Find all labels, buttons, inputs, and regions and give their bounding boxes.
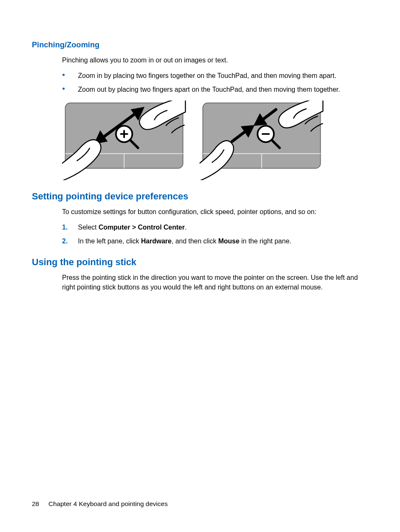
- step-bold-2: Mouse: [218, 238, 239, 245]
- step-number: 1.: [62, 222, 68, 232]
- page-number: 28: [32, 500, 39, 508]
- pinching-bullet-1: Zoom in by placing two fingers together …: [62, 71, 368, 80]
- setting-steps-list: 1. Select Computer > Control Center. 2. …: [62, 222, 368, 246]
- zoom-out-svg: [200, 101, 324, 180]
- page-footer: 28 Chapter 4 Keyboard and pointing devic…: [32, 500, 168, 508]
- step-text-mid: , and then click: [171, 238, 218, 245]
- heading-pinching-zooming: Pinching/Zooming: [32, 40, 368, 49]
- stick-body: Press the pointing stick in the directio…: [62, 273, 368, 292]
- step-text-post: in the right pane.: [239, 238, 291, 245]
- pinching-intro: Pinching allows you to zoom in or out on…: [62, 55, 368, 65]
- step-text-post: .: [185, 224, 187, 231]
- step-bold-1: Hardware: [141, 238, 171, 245]
- zoom-in-illustration: [62, 101, 186, 180]
- pinching-illustrations: [62, 101, 368, 180]
- zoom-in-svg: [62, 101, 186, 180]
- setting-step-1: 1. Select Computer > Control Center.: [62, 222, 368, 232]
- setting-intro: To customize settings for button configu…: [62, 207, 368, 217]
- zoom-out-illustration: [200, 101, 324, 180]
- stick-intro: Press the pointing stick in the directio…: [62, 273, 368, 292]
- step-text-pre: Select: [78, 224, 99, 231]
- step-bold: Computer > Control Center: [99, 224, 185, 231]
- pinching-bullet-list: Zoom in by placing two fingers together …: [62, 71, 368, 94]
- setting-step-2: 2. In the left pane, click Hardware, and…: [62, 236, 368, 246]
- pinching-bullet-2: Zoom out by placing two fingers apart on…: [62, 85, 368, 94]
- step-number: 2.: [62, 236, 68, 246]
- setting-body: To customize settings for button configu…: [62, 207, 368, 246]
- document-page: Pinching/Zooming Pinching allows you to …: [0, 0, 400, 532]
- heading-setting-preferences: Setting pointing device preferences: [32, 191, 368, 202]
- pinching-body: Pinching allows you to zoom in or out on…: [62, 55, 368, 180]
- footer-chapter: Chapter 4 Keyboard and pointing devices: [49, 500, 168, 507]
- heading-pointing-stick: Using the pointing stick: [32, 257, 368, 268]
- step-text-pre: In the left pane, click: [78, 238, 141, 245]
